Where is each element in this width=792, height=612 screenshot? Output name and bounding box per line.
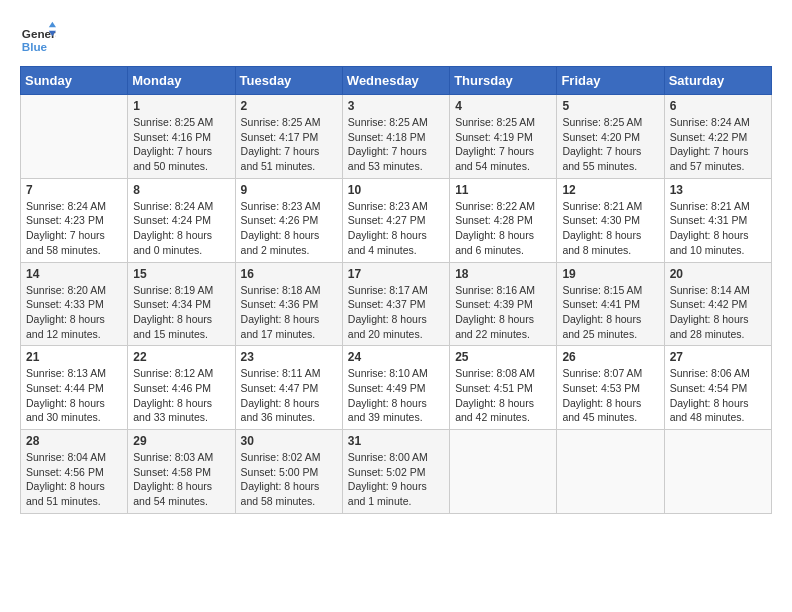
calendar-week-row: 28Sunrise: 8:04 AMSunset: 4:56 PMDayligh… (21, 430, 772, 514)
calendar-cell: 25Sunrise: 8:08 AMSunset: 4:51 PMDayligh… (450, 346, 557, 430)
day-info: Sunrise: 8:24 AMSunset: 4:24 PMDaylight:… (133, 199, 229, 258)
calendar-week-row: 7Sunrise: 8:24 AMSunset: 4:23 PMDaylight… (21, 178, 772, 262)
day-info: Sunrise: 8:22 AMSunset: 4:28 PMDaylight:… (455, 199, 551, 258)
calendar-cell: 13Sunrise: 8:21 AMSunset: 4:31 PMDayligh… (664, 178, 771, 262)
calendar-cell: 16Sunrise: 8:18 AMSunset: 4:36 PMDayligh… (235, 262, 342, 346)
day-number: 8 (133, 183, 229, 197)
calendar-cell: 15Sunrise: 8:19 AMSunset: 4:34 PMDayligh… (128, 262, 235, 346)
calendar-cell: 3Sunrise: 8:25 AMSunset: 4:18 PMDaylight… (342, 95, 449, 179)
calendar-cell: 20Sunrise: 8:14 AMSunset: 4:42 PMDayligh… (664, 262, 771, 346)
day-number: 21 (26, 350, 122, 364)
day-number: 26 (562, 350, 658, 364)
calendar-cell: 10Sunrise: 8:23 AMSunset: 4:27 PMDayligh… (342, 178, 449, 262)
calendar-cell: 26Sunrise: 8:07 AMSunset: 4:53 PMDayligh… (557, 346, 664, 430)
calendar-cell (557, 430, 664, 514)
day-info: Sunrise: 8:13 AMSunset: 4:44 PMDaylight:… (26, 366, 122, 425)
day-info: Sunrise: 8:25 AMSunset: 4:16 PMDaylight:… (133, 115, 229, 174)
day-info: Sunrise: 8:24 AMSunset: 4:23 PMDaylight:… (26, 199, 122, 258)
day-number: 6 (670, 99, 766, 113)
day-info: Sunrise: 8:25 AMSunset: 4:20 PMDaylight:… (562, 115, 658, 174)
day-number: 27 (670, 350, 766, 364)
svg-text:Blue: Blue (22, 40, 48, 53)
day-number: 14 (26, 267, 122, 281)
calendar-cell: 28Sunrise: 8:04 AMSunset: 4:56 PMDayligh… (21, 430, 128, 514)
calendar-cell: 18Sunrise: 8:16 AMSunset: 4:39 PMDayligh… (450, 262, 557, 346)
day-number: 3 (348, 99, 444, 113)
weekday-header-friday: Friday (557, 67, 664, 95)
weekday-header-thursday: Thursday (450, 67, 557, 95)
calendar-cell: 8Sunrise: 8:24 AMSunset: 4:24 PMDaylight… (128, 178, 235, 262)
weekday-header-row: SundayMondayTuesdayWednesdayThursdayFrid… (21, 67, 772, 95)
calendar-cell: 24Sunrise: 8:10 AMSunset: 4:49 PMDayligh… (342, 346, 449, 430)
day-info: Sunrise: 8:02 AMSunset: 5:00 PMDaylight:… (241, 450, 337, 509)
day-number: 12 (562, 183, 658, 197)
day-info: Sunrise: 8:16 AMSunset: 4:39 PMDaylight:… (455, 283, 551, 342)
weekday-header-saturday: Saturday (664, 67, 771, 95)
calendar-cell: 19Sunrise: 8:15 AMSunset: 4:41 PMDayligh… (557, 262, 664, 346)
weekday-header-monday: Monday (128, 67, 235, 95)
day-info: Sunrise: 8:25 AMSunset: 4:18 PMDaylight:… (348, 115, 444, 174)
weekday-header-wednesday: Wednesday (342, 67, 449, 95)
calendar-table: SundayMondayTuesdayWednesdayThursdayFrid… (20, 66, 772, 514)
day-info: Sunrise: 8:03 AMSunset: 4:58 PMDaylight:… (133, 450, 229, 509)
day-number: 25 (455, 350, 551, 364)
day-info: Sunrise: 8:10 AMSunset: 4:49 PMDaylight:… (348, 366, 444, 425)
calendar-cell: 31Sunrise: 8:00 AMSunset: 5:02 PMDayligh… (342, 430, 449, 514)
calendar-cell: 17Sunrise: 8:17 AMSunset: 4:37 PMDayligh… (342, 262, 449, 346)
day-info: Sunrise: 8:17 AMSunset: 4:37 PMDaylight:… (348, 283, 444, 342)
day-info: Sunrise: 8:21 AMSunset: 4:30 PMDaylight:… (562, 199, 658, 258)
day-number: 30 (241, 434, 337, 448)
day-number: 18 (455, 267, 551, 281)
day-info: Sunrise: 8:21 AMSunset: 4:31 PMDaylight:… (670, 199, 766, 258)
day-number: 10 (348, 183, 444, 197)
calendar-week-row: 14Sunrise: 8:20 AMSunset: 4:33 PMDayligh… (21, 262, 772, 346)
calendar-cell: 22Sunrise: 8:12 AMSunset: 4:46 PMDayligh… (128, 346, 235, 430)
day-number: 13 (670, 183, 766, 197)
calendar-cell: 12Sunrise: 8:21 AMSunset: 4:30 PMDayligh… (557, 178, 664, 262)
calendar-cell: 14Sunrise: 8:20 AMSunset: 4:33 PMDayligh… (21, 262, 128, 346)
day-number: 4 (455, 99, 551, 113)
calendar-cell (664, 430, 771, 514)
calendar-cell: 11Sunrise: 8:22 AMSunset: 4:28 PMDayligh… (450, 178, 557, 262)
day-number: 20 (670, 267, 766, 281)
day-number: 28 (26, 434, 122, 448)
calendar-cell: 9Sunrise: 8:23 AMSunset: 4:26 PMDaylight… (235, 178, 342, 262)
calendar-cell: 2Sunrise: 8:25 AMSunset: 4:17 PMDaylight… (235, 95, 342, 179)
weekday-header-tuesday: Tuesday (235, 67, 342, 95)
day-info: Sunrise: 8:08 AMSunset: 4:51 PMDaylight:… (455, 366, 551, 425)
logo-icon: General Blue (20, 20, 56, 56)
day-number: 15 (133, 267, 229, 281)
day-info: Sunrise: 8:25 AMSunset: 4:17 PMDaylight:… (241, 115, 337, 174)
day-number: 5 (562, 99, 658, 113)
day-info: Sunrise: 8:15 AMSunset: 4:41 PMDaylight:… (562, 283, 658, 342)
calendar-cell: 1Sunrise: 8:25 AMSunset: 4:16 PMDaylight… (128, 95, 235, 179)
day-info: Sunrise: 8:14 AMSunset: 4:42 PMDaylight:… (670, 283, 766, 342)
calendar-cell: 23Sunrise: 8:11 AMSunset: 4:47 PMDayligh… (235, 346, 342, 430)
day-number: 16 (241, 267, 337, 281)
day-info: Sunrise: 8:07 AMSunset: 4:53 PMDaylight:… (562, 366, 658, 425)
calendar-cell: 30Sunrise: 8:02 AMSunset: 5:00 PMDayligh… (235, 430, 342, 514)
day-number: 23 (241, 350, 337, 364)
day-info: Sunrise: 8:24 AMSunset: 4:22 PMDaylight:… (670, 115, 766, 174)
svg-marker-2 (49, 22, 56, 27)
day-number: 9 (241, 183, 337, 197)
calendar-cell (450, 430, 557, 514)
day-number: 2 (241, 99, 337, 113)
calendar-cell: 7Sunrise: 8:24 AMSunset: 4:23 PMDaylight… (21, 178, 128, 262)
day-number: 17 (348, 267, 444, 281)
header: General Blue (20, 20, 772, 56)
day-number: 29 (133, 434, 229, 448)
day-info: Sunrise: 8:06 AMSunset: 4:54 PMDaylight:… (670, 366, 766, 425)
weekday-header-sunday: Sunday (21, 67, 128, 95)
day-info: Sunrise: 8:00 AMSunset: 5:02 PMDaylight:… (348, 450, 444, 509)
logo: General Blue (20, 20, 60, 56)
day-info: Sunrise: 8:04 AMSunset: 4:56 PMDaylight:… (26, 450, 122, 509)
calendar-cell: 21Sunrise: 8:13 AMSunset: 4:44 PMDayligh… (21, 346, 128, 430)
day-number: 22 (133, 350, 229, 364)
day-info: Sunrise: 8:12 AMSunset: 4:46 PMDaylight:… (133, 366, 229, 425)
calendar-cell: 27Sunrise: 8:06 AMSunset: 4:54 PMDayligh… (664, 346, 771, 430)
day-info: Sunrise: 8:23 AMSunset: 4:26 PMDaylight:… (241, 199, 337, 258)
day-number: 7 (26, 183, 122, 197)
calendar-cell (21, 95, 128, 179)
day-number: 24 (348, 350, 444, 364)
